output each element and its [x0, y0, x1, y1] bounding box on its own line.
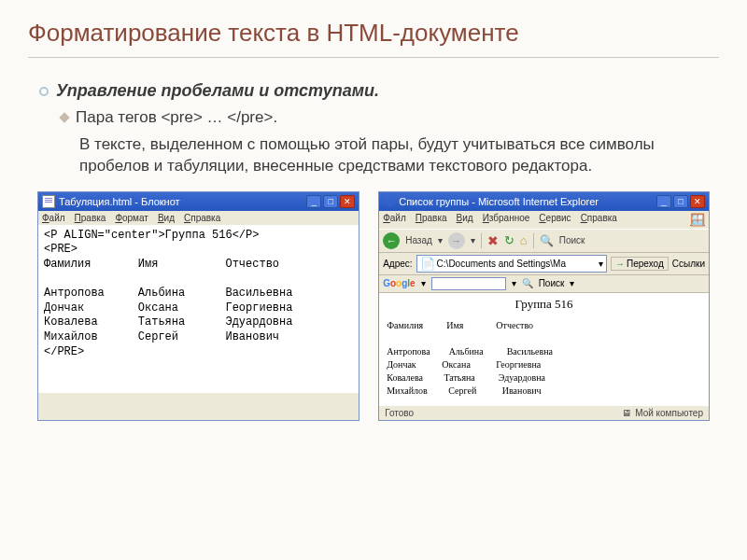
diamond-icon	[59, 112, 69, 122]
menu-help[interactable]: Справка	[184, 213, 220, 223]
ie-titlebar[interactable]: ⓔ Список группы - Microsoft Internet Exp…	[379, 192, 709, 211]
ie-pre-content: Фамилия Имя Отчество Антропова Альбина В…	[387, 319, 701, 398]
ie-window: ⓔ Список группы - Microsoft Internet Exp…	[378, 191, 710, 421]
go-arrow-icon: →	[615, 259, 625, 269]
google-search-dropdown-icon[interactable]: ▾	[570, 278, 574, 288]
page-icon: 📄	[420, 257, 435, 271]
ie-close-button[interactable]: ✕	[690, 195, 705, 208]
tags-line: Пара тегов <pre> … </pre>.	[76, 108, 277, 127]
ie-addressbar: Адрес: 📄 C:\Documents and Settings\Ма ▾ …	[379, 253, 709, 275]
ie-menu-edit[interactable]: Правка	[416, 213, 447, 227]
ie-minimize-button[interactable]: _	[656, 195, 671, 208]
forward-dropdown-icon[interactable]: ▾	[471, 235, 475, 245]
google-dropdown-icon[interactable]: ▾	[421, 278, 426, 288]
google-search-label[interactable]: Поиск	[539, 278, 565, 288]
menu-edit[interactable]: Правка	[75, 213, 106, 223]
ie-menu-view[interactable]: Вид	[457, 213, 473, 227]
status-right: Мой компьютер	[635, 408, 703, 418]
ie-icon: ⓔ	[383, 193, 395, 210]
links-label[interactable]: Ссылки	[672, 259, 705, 269]
notepad-menubar: Файл Правка Формат Вид Справка	[38, 211, 359, 225]
google-search-input[interactable]	[431, 277, 506, 290]
address-dropdown-icon[interactable]: ▾	[599, 259, 603, 269]
back-dropdown-icon[interactable]: ▾	[438, 235, 443, 245]
notepad-titlebar[interactable]: Табуляция.html - Блокнот _ □ ✕	[38, 192, 359, 211]
address-value: C:\Documents and Settings\Ма	[437, 259, 567, 269]
ie-statusbar: Готово 🖥 Мой компьютер	[379, 405, 709, 420]
ie-content: Группа 516 Фамилия Имя Отчество Антропов…	[379, 293, 709, 405]
bullet-icon	[39, 87, 49, 96]
notepad-icon	[42, 195, 55, 208]
search-icon[interactable]: 🔍	[540, 234, 554, 247]
ie-menu-favorites[interactable]: Избранное	[483, 213, 530, 227]
home-icon[interactable]: ⌂	[520, 233, 528, 247]
ie-menu-file[interactable]: Файл	[383, 213, 406, 227]
notepad-content[interactable]: <P ALIGN="center">Группа 516</P> <PRE> Ф…	[38, 225, 359, 393]
ie-menu-help[interactable]: Справка	[581, 213, 617, 227]
ie-heading: Группа 516	[387, 297, 701, 312]
ie-throbber-icon: 🪟	[690, 213, 705, 227]
ie-title: Список группы - Microsoft Internet Explo…	[399, 196, 599, 207]
stop-icon[interactable]: ✖	[487, 233, 499, 248]
ie-maximize-button[interactable]: □	[673, 195, 688, 208]
go-button[interactable]: → Переход	[611, 257, 669, 271]
minimize-button[interactable]: _	[306, 195, 321, 208]
menu-view[interactable]: Вид	[158, 213, 175, 223]
menu-file[interactable]: Файл	[42, 213, 65, 223]
go-label: Переход	[627, 259, 664, 269]
address-label: Адрес:	[383, 259, 412, 269]
ie-menubar: Файл Правка Вид Избранное Сервис Справка…	[379, 211, 709, 229]
refresh-icon[interactable]: ↻	[504, 233, 514, 247]
close-button[interactable]: ✕	[340, 195, 355, 208]
back-icon[interactable]: ←	[383, 232, 400, 249]
google-input-dropdown-icon[interactable]: ▾	[512, 278, 516, 288]
subtitle: Управление пробелами и отступами.	[56, 81, 379, 101]
computer-icon: 🖥	[622, 408, 631, 418]
notepad-title: Табуляция.html - Блокнот	[59, 196, 180, 207]
forward-icon[interactable]: →	[448, 232, 465, 249]
back-label[interactable]: Назад	[405, 235, 432, 245]
body-paragraph: В тексте, выделенном с помощью этой пары…	[79, 134, 700, 177]
google-toolbar: Google ▾ ▾ 🔍 Поиск ▾	[379, 275, 709, 293]
address-input[interactable]: 📄 C:\Documents and Settings\Ма ▾	[416, 255, 607, 273]
page-title: Форматирование текста в HTML-документе	[28, 19, 719, 58]
status-left: Готово	[385, 408, 414, 418]
notepad-window: Табуляция.html - Блокнот _ □ ✕ Файл Прав…	[37, 191, 359, 421]
menu-format[interactable]: Формат	[115, 213, 148, 223]
google-logo[interactable]: Google	[383, 278, 415, 288]
search-label[interactable]: Поиск	[559, 235, 585, 245]
ie-menu-tools[interactable]: Сервис	[539, 213, 571, 227]
ie-toolbar: ← Назад ▾ → ▾ ✖ ↻ ⌂ 🔍 Поиск	[379, 229, 709, 253]
google-search-icon[interactable]: 🔍	[522, 278, 533, 288]
maximize-button[interactable]: □	[323, 195, 338, 208]
